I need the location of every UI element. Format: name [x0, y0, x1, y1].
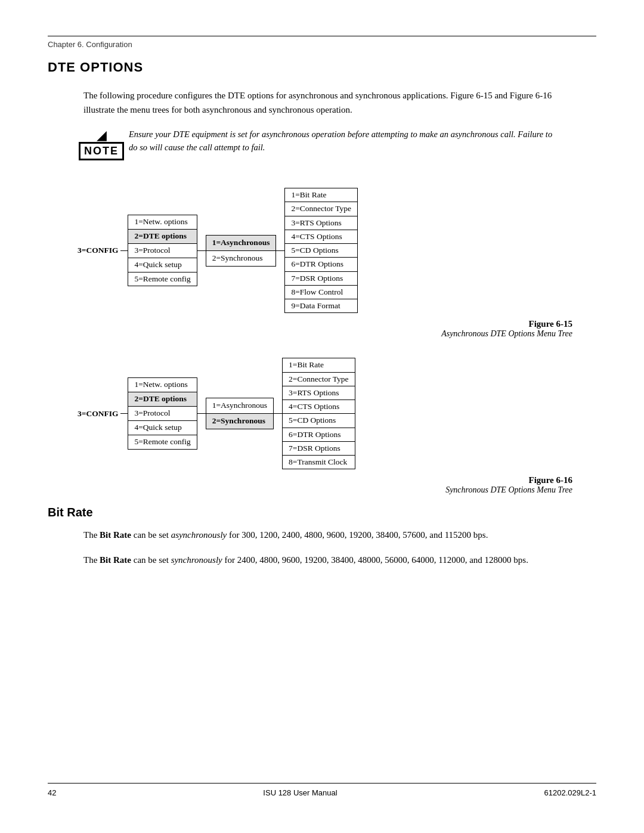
figure16-caption: Synchronous DTE Options Menu Tree — [66, 485, 572, 495]
figure16-caption-block: Figure 6-16 Synchronous DTE Options Menu… — [66, 475, 578, 495]
fig15-col3-item2: 2=Synchronous — [206, 251, 276, 266]
figure16-area: 3=CONFIG 1=Netw. options 2=DTE options 3… — [66, 349, 578, 495]
fig15-config-label: 3=CONFIG — [78, 246, 120, 255]
fig16-opt2: 2=Connector Type — [283, 373, 355, 386]
fig16-col2-item5: 5=Remote config — [128, 435, 196, 449]
page: Chapter 6. Configuration DTE OPTIONS The… — [0, 0, 644, 833]
note-text: Ensure your DTE equipment is set for asy… — [129, 128, 561, 154]
fig16-col2: 1=Netw. options 2=DTE options 3=Protocol… — [128, 377, 197, 450]
footer: 42 ISU 128 User Manual 61202.029L2-1 — [48, 784, 596, 797]
figure15-tree: 3=CONFIG 1=Netw. options 2=DTE options 3… — [66, 179, 578, 315]
fig15-hline2 — [197, 250, 206, 251]
bitrate-async-text: The Bit Rate can be set asynchronously f… — [83, 528, 561, 542]
fig16-opt7: 7=DSR Options — [283, 442, 355, 456]
chapter-label: Chapter 6. Configuration — [48, 40, 596, 49]
note-icon: ◢ NOTE — [83, 128, 119, 160]
figure15-area: 3=CONFIG 1=Netw. options 2=DTE options 3… — [66, 179, 578, 339]
fig15-opt1: 1=Bit Rate — [285, 188, 357, 202]
fig16-opt3: 3=RTS Options — [283, 386, 355, 400]
fig16-col3-item2: 2=Synchronous — [206, 414, 273, 429]
fig16-col2-item2: 2=DTE options — [128, 392, 196, 407]
fig15-opt7: 7=DSR Options — [285, 272, 357, 286]
fig15-opt6: 6=DTR Options — [285, 258, 357, 271]
fig16-opt6: 6=DTR Options — [283, 428, 355, 442]
fig15-hline1 — [120, 250, 128, 251]
fig16-col2-item4: 4=Quick setup — [128, 421, 196, 435]
footer-page: 42 — [48, 788, 56, 797]
fig15-col1: 3=CONFIG — [78, 246, 120, 255]
fig15-col2-item2: 2=DTE options — [128, 230, 196, 244]
intro-text: The following procedure configures the D… — [83, 88, 561, 117]
note-label: NOTE — [79, 142, 124, 160]
figure15-number: Figure 6-15 — [66, 319, 572, 329]
fig15-col2-item1: 1=Netw. options — [128, 215, 196, 230]
fig15-opt9: 9=Data Format — [285, 299, 357, 312]
fig16-col3: 1=Asynchronous 2=Synchronous — [206, 398, 274, 429]
section-title: DTE OPTIONS — [48, 60, 596, 75]
fig15-opt5: 5=CD Options — [285, 244, 357, 258]
figure16-tree: 3=CONFIG 1=Netw. options 2=DTE options 3… — [66, 349, 578, 472]
fig16-col2-item1: 1=Netw. options — [128, 378, 196, 392]
fig15-col2-item5: 5=Remote config — [128, 272, 196, 286]
fig15-col2: 1=Netw. options 2=DTE options 3=Protocol… — [128, 215, 197, 287]
fig16-hline1 — [120, 413, 128, 414]
figure15-caption: Asynchronous DTE Options Menu Tree — [66, 329, 572, 339]
fig16-opt4: 4=CTS Options — [283, 400, 355, 414]
figure16-number: Figure 6-16 — [66, 475, 572, 485]
fig15-opt2: 2=Connector Type — [285, 202, 357, 216]
fig16-opt1: 1=Bit Rate — [283, 358, 355, 372]
fig15-col4: 1=Bit Rate 2=Connector Type 3=RTS Option… — [284, 188, 358, 313]
footer-title: ISU 128 User Manual — [263, 788, 337, 797]
figure15-caption-block: Figure 6-15 Asynchronous DTE Options Men… — [66, 319, 578, 339]
fig15-col2-item3: 3=Protocol — [128, 244, 196, 258]
note-box: ◢ NOTE Ensure your DTE equipment is set … — [83, 128, 561, 160]
fig16-hline3 — [274, 413, 282, 414]
bitrate-sync-text: The Bit Rate can be set synchronously fo… — [83, 553, 561, 567]
fig16-opt5: 5=CD Options — [283, 414, 355, 428]
fig16-opt8: 8=Transmit Clock — [283, 456, 355, 469]
fig15-opt3: 3=RTS Options — [285, 216, 357, 230]
footer-doc-number: 61202.029L2-1 — [544, 788, 596, 797]
fig15-col3-item1: 1=Asynchronous — [206, 236, 276, 251]
fig15-opt8: 8=Flow Control — [285, 286, 357, 299]
fig16-col3-item1: 1=Asynchronous — [206, 398, 273, 414]
fig16-col2-item3: 3=Protocol — [128, 407, 196, 421]
fig16-hline2 — [197, 413, 206, 414]
top-rule — [48, 36, 596, 36]
fig16-config-label: 3=CONFIG — [78, 409, 120, 419]
fig15-opt4: 4=CTS Options — [285, 230, 357, 244]
subsection-title: Bit Rate — [48, 506, 596, 519]
fig15-col3: 1=Asynchronous 2=Synchronous — [206, 235, 277, 267]
fig16-col1: 3=CONFIG — [78, 409, 120, 419]
fig15-hline3 — [276, 250, 284, 251]
fig16-col4: 1=Bit Rate 2=Connector Type 3=RTS Option… — [282, 358, 355, 469]
fig15-col2-item4: 4=Quick setup — [128, 258, 196, 272]
